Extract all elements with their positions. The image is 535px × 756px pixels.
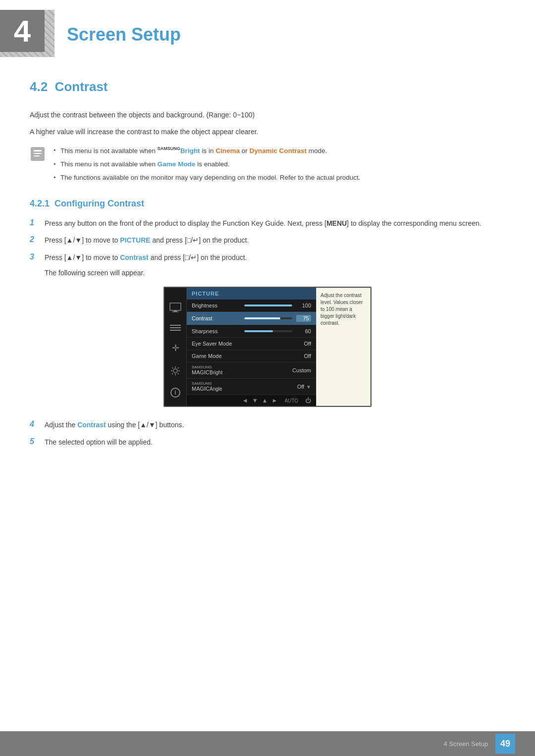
step-5-text: The selected option will be applied. [45, 437, 153, 448]
subsection-heading: 4.2.1 Configuring Contrast [30, 199, 505, 209]
monitor-icon-cross: ✛ [170, 343, 181, 355]
step-1-text: Press any button on the front of the pro… [45, 218, 482, 229]
menu-sharpness: Sharpness 60 [187, 325, 316, 338]
body-text-1: Adjust the contrast between the objects … [30, 109, 505, 120]
svg-point-11 [173, 369, 177, 373]
chapter-number-box: 4 [0, 10, 54, 57]
body-text-2: A higher value will increase the contras… [30, 126, 505, 137]
step-4-text: Adjust the Contrast using the [▲/▼] butt… [45, 419, 184, 430]
monitor-left-icons: ✛ i [164, 288, 187, 406]
step-3: 3 Press [▲/▼] to move to Contrast and pr… [30, 252, 505, 263]
svg-rect-3 [34, 155, 40, 156]
monitor-menu: PICTURE Brightness 100 Contrast 75 Sharp… [187, 288, 316, 406]
svg-rect-6 [172, 311, 178, 312]
menu-eye-saver: Eye Saver Mode Off [187, 338, 316, 350]
svg-rect-2 [34, 153, 42, 154]
svg-rect-1 [34, 150, 42, 151]
note-icon [30, 146, 46, 162]
footer-text: 4 Screen Setup [443, 740, 488, 748]
menu-magic-angle: SAMSUNG MAGICAngle Off ▼ [187, 379, 316, 395]
steps-list: 1 Press any button on the front of the p… [30, 218, 505, 263]
page-footer: 4 Screen Setup 49 [0, 731, 535, 756]
svg-rect-5 [174, 310, 177, 311]
svg-rect-8 [170, 327, 181, 328]
monitor-tooltip: Adjust the contrast level. Values closer… [316, 288, 371, 406]
step-3-text: Press [▲/▼] to move to Contrast and pres… [45, 252, 247, 263]
monitor-icon-info: i [170, 388, 180, 398]
menu-magic-bright: SAMSUNG MAGICBright Custom [187, 362, 316, 379]
note-box: This menu is not available when SAMSUNGB… [30, 145, 505, 186]
note-list: This menu is not available when SAMSUNGB… [52, 145, 361, 186]
menu-brightness: Brightness 100 [187, 300, 316, 312]
step-4: 4 Adjust the Contrast using the [▲/▼] bu… [30, 419, 505, 430]
svg-rect-4 [170, 303, 181, 310]
menu-game-mode: Game Mode Off [187, 350, 316, 362]
step-5: 5 The selected option will be applied. [30, 437, 505, 448]
svg-rect-7 [170, 325, 181, 326]
step-2-text: Press [▲/▼] to move to PICTURE and press… [45, 235, 249, 246]
note-item-1: This menu is not available when SAMSUNGB… [52, 145, 361, 156]
section-heading: 4.2 Contrast [30, 79, 505, 100]
menu-bottom-bar: ◄ ▼ ▲ ► AUTO ⏻ [187, 395, 316, 406]
monitor-icon-gear [170, 365, 181, 378]
menu-contrast: Contrast 75 [187, 312, 316, 325]
footer-page-number: 49 [495, 734, 515, 754]
step-1: 1 Press any button on the front of the p… [30, 218, 505, 229]
monitor-container: ✛ i PICTURE Brightness [30, 287, 505, 407]
chapter-number: 4 [14, 16, 31, 47]
step-3-note: The following screen will appear. [45, 269, 535, 277]
chapter-title: Screen Setup [67, 19, 181, 45]
steps-list-2: 4 Adjust the Contrast using the [▲/▼] bu… [30, 419, 505, 448]
menu-header: PICTURE [187, 288, 316, 300]
note-item-2: This menu is not available when Game Mod… [52, 159, 361, 170]
monitor-icon-display [169, 302, 181, 314]
note-item-3: The functions available on the monitor m… [52, 172, 361, 183]
monitor-screen: ✛ i PICTURE Brightness [163, 287, 372, 407]
step-2: 2 Press [▲/▼] to move to PICTURE and pre… [30, 235, 505, 246]
svg-rect-9 [170, 330, 181, 331]
svg-text:✛: ✛ [172, 343, 179, 353]
monitor-icon-lines [169, 324, 181, 333]
